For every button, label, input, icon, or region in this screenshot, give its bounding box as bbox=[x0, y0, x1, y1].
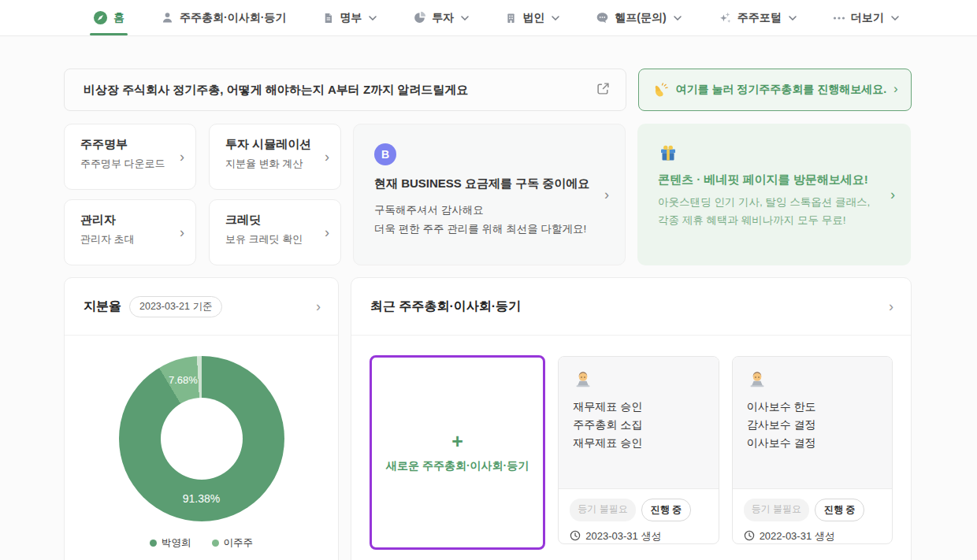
status-badge: 진행 중 bbox=[641, 499, 691, 521]
legend-dot bbox=[212, 540, 219, 547]
building-icon bbox=[505, 12, 517, 24]
chevron-down-icon bbox=[789, 16, 797, 20]
registration-badge: 등기 불필요 bbox=[570, 499, 635, 521]
chevron-down-icon bbox=[369, 16, 377, 20]
nav-item-corporation[interactable]: 법인 bbox=[505, 0, 559, 35]
subscription-plan-card[interactable]: B 현재 BUSINESS 요금제를 구독 중이에요 구독해주셔서 감사해요 더… bbox=[353, 124, 626, 265]
nav-item-meetings[interactable]: 주주총회·이사회·등기 bbox=[161, 0, 286, 35]
quick-card-credit[interactable]: 크레딧 보유 크레딧 확인 › bbox=[209, 199, 341, 265]
legend-dot bbox=[150, 540, 157, 547]
ownership-date-badge: 2023-03-21 기준 bbox=[129, 296, 222, 317]
clock-icon bbox=[570, 530, 581, 543]
ellipsis-icon bbox=[833, 16, 845, 20]
plan-card-line2: 더욱 편한 주주 관리를 위해 최선을 다할게요! bbox=[374, 220, 604, 239]
recent-card-title: 최근 주주총회·이사회·등기 bbox=[370, 299, 521, 315]
nav-label: 주주포털 bbox=[737, 11, 782, 25]
quick-actions-grid: 주주명부 주주명부 다운로드 › 투자 시뮬레이션 지분율 변화 계산 › 관리… bbox=[64, 124, 341, 265]
quick-card-subtitle: 관리자 초대 bbox=[80, 232, 184, 247]
plan-card-title: 현재 BUSINESS 요금제를 구독 중이에요 bbox=[374, 176, 604, 191]
meeting-item-card[interactable]: 재무제표 승인 주주총회 소집 재무제표 승인 등기 불필요 진행 중 bbox=[558, 356, 719, 544]
donut-label-minor: 7.68% bbox=[169, 374, 198, 386]
notice-banner[interactable]: 비상장 주식회사 정기주총, 어떻게 해야하는지 A부터 Z까지 알려드릴게요 bbox=[64, 69, 626, 111]
nav-item-register[interactable]: 명부 bbox=[322, 0, 377, 35]
nav-item-investment[interactable]: 투자 bbox=[413, 0, 469, 35]
meeting-item-card[interactable]: 이사보수 한도 감사보수 결정 이사보수 결정 등기 불필요 진행 중 bbox=[732, 356, 893, 544]
legend-label: 이주주 bbox=[224, 536, 254, 550]
chevron-down-icon bbox=[891, 16, 899, 20]
cta-banner-text: 여기를 눌러 정기주주총회를 진행해보세요. bbox=[676, 83, 887, 97]
chevron-right-icon: › bbox=[180, 149, 184, 165]
legend-label: 박영희 bbox=[162, 536, 191, 550]
home-compass-icon bbox=[93, 10, 108, 25]
recent-meetings-card: 최근 주주총회·이사회·등기 › + 새로운 주주총회·이사회·등기 재무제표 … bbox=[351, 277, 912, 560]
document-icon bbox=[322, 12, 334, 24]
chevron-down-icon bbox=[674, 16, 682, 20]
legend-item: 이주주 bbox=[212, 536, 254, 550]
sparkles-icon bbox=[718, 11, 732, 25]
quick-card-subtitle: 보유 크레딧 확인 bbox=[225, 232, 329, 247]
donut-hole bbox=[161, 398, 243, 480]
created-date: 2022-03-31 생성 bbox=[760, 529, 835, 543]
technologist-icon bbox=[573, 369, 704, 390]
nav-item-home[interactable]: 홈 bbox=[93, 0, 124, 35]
nav-label: 법인 bbox=[522, 11, 544, 25]
top-navigation: 홈 주주총회·이사회·등기 명부 투자 법인 bbox=[0, 0, 977, 36]
person-icon bbox=[161, 11, 174, 24]
main-content: 비상장 주식회사 정기주총, 어떻게 해야하는지 A부터 Z까지 알려드릴게요 … bbox=[0, 36, 977, 560]
quick-card-title: 투자 시뮬레이션 bbox=[225, 137, 329, 152]
benefit-card-line1: 아웃스탠딩 인기 기사, 탈잉 스톡옵션 클래스, bbox=[658, 194, 890, 212]
chat-bubble-icon bbox=[596, 11, 609, 24]
chevron-right-icon: › bbox=[893, 81, 898, 97]
agenda-line: 주주총회 소집 bbox=[573, 416, 704, 434]
nav-label: 투자 bbox=[432, 11, 454, 25]
pie-chart-icon bbox=[413, 11, 426, 24]
new-meeting-button[interactable]: + 새로운 주주총회·이사회·등기 bbox=[370, 355, 545, 550]
quick-card-admin[interactable]: 관리자 관리자 초대 › bbox=[64, 199, 196, 265]
agenda-line: 재무제표 승인 bbox=[573, 434, 704, 452]
quick-card-investment-simulation[interactable]: 투자 시뮬레이션 지분율 변화 계산 › bbox=[209, 124, 341, 190]
nav-item-help[interactable]: 헬프(문의) bbox=[596, 0, 681, 35]
agenda-line: 이사보수 결정 bbox=[747, 434, 878, 452]
chevron-right-icon: › bbox=[325, 149, 329, 165]
status-badge: 진행 중 bbox=[815, 499, 864, 521]
technologist-icon bbox=[747, 369, 878, 390]
benefit-content-card[interactable]: 콘텐츠 · 베네핏 페이지를 방문해보세요! 아웃스탠딩 인기 기사, 탈잉 스… bbox=[637, 124, 911, 265]
ownership-donut-chart: 7.68% 91.38% bbox=[119, 356, 284, 521]
quick-card-shareholder-list[interactable]: 주주명부 주주명부 다운로드 › bbox=[64, 124, 196, 190]
agenda-line: 이사보수 한도 bbox=[747, 398, 878, 416]
chevron-down-icon bbox=[552, 16, 559, 20]
chevron-right-icon: › bbox=[604, 187, 609, 203]
cta-regular-meeting-banner[interactable]: 여기를 눌러 정기주주총회를 진행해보세요. › bbox=[638, 69, 912, 111]
ownership-donut: 7.68% 91.38% bbox=[119, 356, 284, 521]
chevron-right-icon[interactable]: › bbox=[316, 299, 321, 315]
nav-item-more[interactable]: 더보기 bbox=[833, 0, 899, 35]
quick-card-title: 주주명부 bbox=[80, 137, 184, 152]
nav-item-shareholder-portal[interactable]: 주주포털 bbox=[718, 0, 797, 35]
benefit-card-line2: 각종 제휴 혜택과 웨비나까지 모두 무료! bbox=[658, 212, 890, 230]
gift-icon bbox=[658, 143, 890, 163]
nav-label: 더보기 bbox=[851, 11, 884, 25]
agenda-line: 재무제표 승인 bbox=[573, 398, 704, 416]
quick-card-subtitle: 지분율 변화 계산 bbox=[225, 157, 329, 171]
created-date: 2023-03-31 생성 bbox=[585, 529, 661, 543]
plan-card-line1: 구독해주셔서 감사해요 bbox=[374, 201, 604, 220]
notice-banner-text: 비상장 주식회사 정기주총, 어떻게 해야하는지 A부터 Z까지 알려드릴게요 bbox=[84, 83, 596, 98]
ownership-ratio-card: 지분율 2023-03-21 기준 › 7.68% 91.38% 박영희 이 bbox=[64, 277, 339, 560]
new-meeting-label: 새로운 주주총회·이사회·등기 bbox=[386, 459, 529, 473]
nav-label: 명부 bbox=[340, 11, 362, 25]
plus-icon: + bbox=[451, 432, 463, 451]
donut-label-major: 91.38% bbox=[183, 492, 220, 505]
chevron-down-icon bbox=[461, 16, 469, 20]
donut-legend: 박영희 이주주 bbox=[65, 536, 338, 550]
plan-badge-icon: B bbox=[374, 143, 396, 165]
clapping-hands-icon bbox=[652, 82, 669, 98]
agenda-line: 감사보수 결정 bbox=[747, 416, 878, 434]
benefit-card-title: 콘텐츠 · 베네핏 페이지를 방문해보세요! bbox=[658, 172, 890, 187]
ownership-card-title: 지분율 bbox=[84, 299, 121, 315]
external-link-icon[interactable] bbox=[596, 82, 610, 98]
chevron-right-icon: › bbox=[325, 224, 329, 241]
chevron-right-icon: › bbox=[890, 187, 895, 203]
quick-card-subtitle: 주주명부 다운로드 bbox=[80, 157, 184, 171]
quick-card-title: 크레딧 bbox=[225, 213, 329, 228]
chevron-right-icon[interactable]: › bbox=[889, 299, 893, 315]
